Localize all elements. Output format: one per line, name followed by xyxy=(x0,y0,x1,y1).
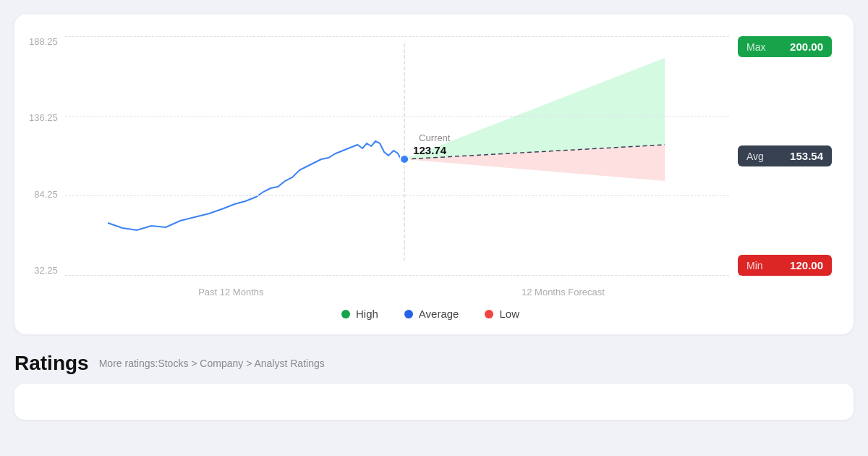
chart-main: Current 123.74 Past 12 Months 12 Months … xyxy=(65,36,729,297)
legend-label-high: High xyxy=(356,308,378,320)
ratings-section: Ratings More ratings:Stocks > Company > … xyxy=(14,352,854,420)
badge-max-label: Max xyxy=(746,41,765,53)
y-label-4: 188.25 xyxy=(29,36,58,47)
ratings-breadcrumb[interactable]: More ratings:Stocks > Company > Analyst … xyxy=(99,358,325,369)
y-label-3: 136.25 xyxy=(29,112,58,123)
legend-dot-average xyxy=(404,310,413,318)
legend-label-low: Low xyxy=(499,308,519,320)
legend-label-average: Average xyxy=(419,308,459,320)
badge-avg-label: Avg xyxy=(746,151,764,162)
legend-high: High xyxy=(341,308,378,320)
chart-area: 188.25 136.25 84.25 32.25 xyxy=(29,36,832,297)
badge-min-value: 120.00 xyxy=(790,259,823,271)
badge-avg-value: 153.54 xyxy=(790,150,823,162)
chart-card: 188.25 136.25 84.25 32.25 xyxy=(14,14,854,334)
badge-avg: Avg 153.54 xyxy=(738,145,832,166)
current-dot xyxy=(400,155,409,164)
x-axis-labels: Past 12 Months 12 Months Forecast xyxy=(65,282,729,297)
chart-svg: Current 123.74 xyxy=(65,36,729,282)
ratings-card xyxy=(14,384,854,420)
x-label-forecast: 12 Months Forecast xyxy=(397,287,729,297)
chart-legend: High Average Low xyxy=(29,308,832,320)
current-value-text: 123.74 xyxy=(413,144,447,156)
legend-dot-low xyxy=(485,310,493,318)
x-label-past: Past 12 Months xyxy=(65,287,397,297)
badge-max: Max 200.00 xyxy=(738,36,832,57)
legend-dot-high xyxy=(341,310,350,318)
badge-min-label: Min xyxy=(746,260,763,271)
badge-min: Min 120.00 xyxy=(738,255,832,276)
y-axis: 188.25 136.25 84.25 32.25 xyxy=(29,36,65,297)
legend-low: Low xyxy=(485,308,519,320)
current-label-text: Current xyxy=(419,132,451,143)
ratings-title: Ratings xyxy=(14,352,89,375)
badge-max-value: 200.00 xyxy=(790,41,823,53)
y-label-1: 32.25 xyxy=(29,265,58,276)
y-label-2: 84.25 xyxy=(29,189,58,200)
ratings-header: Ratings More ratings:Stocks > Company > … xyxy=(14,352,854,375)
legend-average: Average xyxy=(404,308,459,320)
price-line xyxy=(108,141,404,230)
badges-column: Max 200.00 Avg 153.54 Min 120.00 xyxy=(729,36,832,297)
